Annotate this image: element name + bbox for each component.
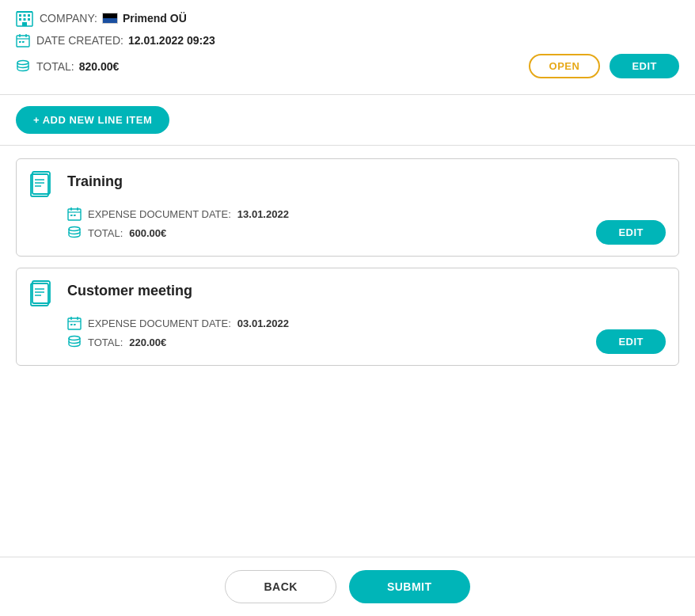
svg-rect-1 <box>19 14 21 17</box>
svg-rect-13 <box>19 41 21 43</box>
meeting-total-label: TOTAL: <box>88 337 123 348</box>
svg-rect-2 <box>24 14 26 17</box>
svg-rect-4 <box>19 18 21 21</box>
svg-rect-5 <box>24 18 26 21</box>
svg-point-15 <box>17 60 28 64</box>
header-actions: OPEN EDIT <box>529 54 679 78</box>
svg-rect-7 <box>22 22 27 26</box>
meeting-title: Customer meeting <box>67 279 192 299</box>
total-left: TOTAL: 820.00€ <box>16 59 119 74</box>
meeting-total-row: TOTAL: 220.00€ <box>67 335 666 349</box>
header-section: COMPANY: Primend OÜ DATE CREATED: 12.01.… <box>0 0 695 95</box>
line-item-training: Training EXPENSE DOCUMENT DATE: 13.01.20… <box>16 158 679 257</box>
training-header: Training <box>29 170 666 199</box>
database-icon <box>16 59 30 74</box>
svg-rect-17 <box>31 174 48 196</box>
svg-rect-3 <box>28 14 30 17</box>
svg-rect-38 <box>74 324 76 325</box>
add-section: + ADD NEW LINE ITEM <box>0 95 695 146</box>
back-button[interactable]: BACK <box>225 570 336 603</box>
total-value: 820.00€ <box>79 60 120 73</box>
training-title: Training <box>67 170 123 190</box>
footer-section: BACK SUBMIT <box>0 557 695 616</box>
meeting-date-row: EXPENSE DOCUMENT DATE: 03.01.2022 <box>67 316 666 330</box>
training-db-icon <box>67 226 82 240</box>
svg-point-39 <box>69 337 80 340</box>
date-row: DATE CREATED: 12.01.2022 09:23 <box>16 33 679 48</box>
training-date-row: EXPENSE DOCUMENT DATE: 13.01.2022 <box>67 207 666 221</box>
calendar-icon <box>16 33 30 48</box>
line-items-section: Training EXPENSE DOCUMENT DATE: 13.01.20… <box>0 146 695 557</box>
line-item-customer-meeting: Customer meeting EXPENSE DOCUMENT DATE: … <box>16 268 679 366</box>
meeting-date-value: 03.01.2022 <box>237 318 289 329</box>
svg-rect-14 <box>22 41 25 43</box>
document-icon-training <box>29 170 58 199</box>
document-icon-meeting <box>29 279 58 308</box>
meeting-db-icon <box>67 335 82 349</box>
training-edit-button[interactable]: EDIT <box>596 220 666 245</box>
svg-rect-37 <box>70 324 73 325</box>
training-actions: EDIT <box>596 220 666 245</box>
building-icon <box>16 10 33 27</box>
training-date-value: 13.01.2022 <box>237 208 289 220</box>
page-container: COMPANY: Primend OÜ DATE CREATED: 12.01.… <box>0 0 695 616</box>
total-label: TOTAL: <box>36 60 74 73</box>
training-total-row: TOTAL: 600.00€ <box>67 226 666 240</box>
svg-point-27 <box>69 227 80 231</box>
training-total-value: 600.00€ <box>129 227 166 239</box>
meeting-details: EXPENSE DOCUMENT DATE: 03.01.2022 TOTAL:… <box>67 316 666 349</box>
meeting-date-label: EXPENSE DOCUMENT DATE: <box>88 318 231 329</box>
svg-rect-29 <box>31 283 48 306</box>
svg-rect-26 <box>74 215 76 216</box>
training-calendar-icon <box>67 207 82 221</box>
meeting-actions: EDIT <box>596 329 666 354</box>
training-details: EXPENSE DOCUMENT DATE: 13.01.2022 TOTAL:… <box>67 207 666 240</box>
submit-button[interactable]: SUBMIT <box>349 570 470 603</box>
svg-rect-25 <box>70 215 73 216</box>
estonia-flag <box>102 13 118 24</box>
training-total-label: TOTAL: <box>88 227 123 239</box>
company-name: Primend OÜ <box>123 12 187 25</box>
date-label: DATE CREATED: <box>36 34 123 47</box>
open-button[interactable]: OPEN <box>529 54 601 78</box>
company-row: COMPANY: Primend OÜ <box>16 10 679 27</box>
add-line-item-button[interactable]: + ADD NEW LINE ITEM <box>16 106 169 134</box>
date-value: 12.01.2022 09:23 <box>128 34 215 47</box>
meeting-header: Customer meeting <box>29 279 666 308</box>
header-edit-button[interactable]: EDIT <box>610 54 679 78</box>
meeting-calendar-icon <box>67 316 82 330</box>
svg-rect-6 <box>28 18 30 21</box>
training-date-label: EXPENSE DOCUMENT DATE: <box>88 208 231 220</box>
total-row: TOTAL: 820.00€ OPEN EDIT <box>16 54 679 78</box>
company-label: COMPANY: <box>40 12 97 25</box>
meeting-edit-button[interactable]: EDIT <box>596 329 666 354</box>
meeting-total-value: 220.00€ <box>129 337 166 348</box>
